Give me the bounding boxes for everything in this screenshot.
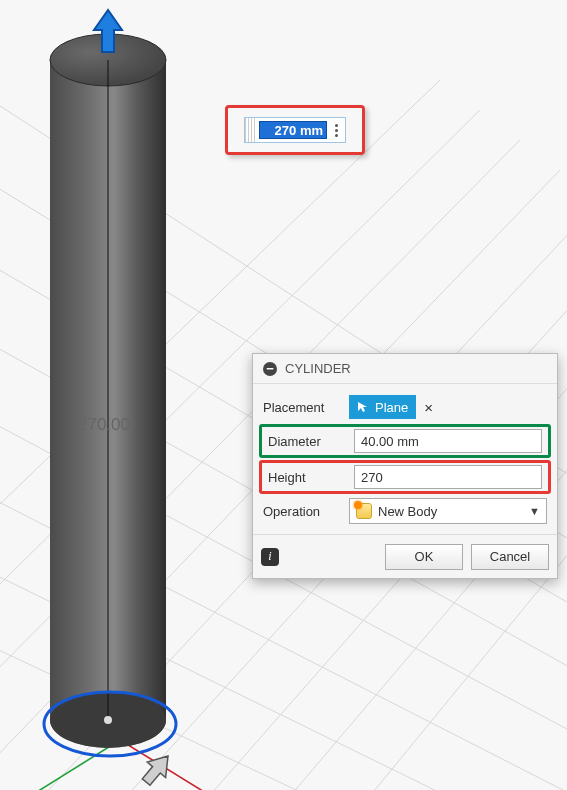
kebab-icon[interactable] — [327, 118, 345, 142]
dialog-footer: i OK Cancel — [253, 534, 557, 578]
cylinder-dialog[interactable]: − CYLINDER Placement Plane × Diameter He… — [252, 353, 558, 579]
operation-select[interactable]: New Body ▼ — [349, 498, 547, 524]
height-dimension-label: 270.00 — [78, 415, 130, 435]
diameter-label: Diameter — [268, 434, 354, 449]
collapse-icon[interactable]: − — [263, 362, 277, 376]
placement-label: Placement — [263, 400, 349, 415]
cancel-button[interactable]: Cancel — [471, 544, 549, 570]
ok-button[interactable]: OK — [385, 544, 463, 570]
height-row: Height — [259, 460, 551, 494]
operation-value: New Body — [378, 504, 437, 519]
svg-point-23 — [104, 716, 112, 724]
drag-grip-icon[interactable] — [245, 118, 255, 142]
placement-row: Placement Plane × — [257, 390, 553, 424]
dimension-input-value[interactable]: 270 mm — [259, 121, 327, 139]
height-label: Height — [268, 470, 354, 485]
dropdown-caret-icon: ▼ — [529, 505, 540, 517]
info-icon[interactable]: i — [261, 548, 279, 566]
placement-chip-text: Plane — [375, 400, 408, 415]
cursor-icon — [357, 401, 369, 413]
diameter-input[interactable] — [354, 429, 542, 453]
cylinder-body[interactable] — [50, 34, 166, 748]
operation-row: Operation New Body ▼ — [257, 494, 553, 528]
clear-placement-icon[interactable]: × — [424, 399, 433, 416]
placement-plane-chip[interactable]: Plane — [349, 395, 416, 419]
dimension-input-highlight: 270 mm — [225, 105, 365, 155]
new-body-icon — [356, 503, 372, 519]
dimension-input[interactable]: 270 mm — [244, 117, 346, 143]
diameter-row: Diameter — [259, 424, 551, 458]
height-input[interactable] — [354, 465, 542, 489]
operation-label: Operation — [263, 504, 349, 519]
dialog-title: CYLINDER — [285, 361, 351, 376]
viewport-3d[interactable]: 270.00 270 mm − CYLINDER Placement Plane… — [0, 0, 567, 790]
dialog-titlebar[interactable]: − CYLINDER — [253, 354, 557, 384]
